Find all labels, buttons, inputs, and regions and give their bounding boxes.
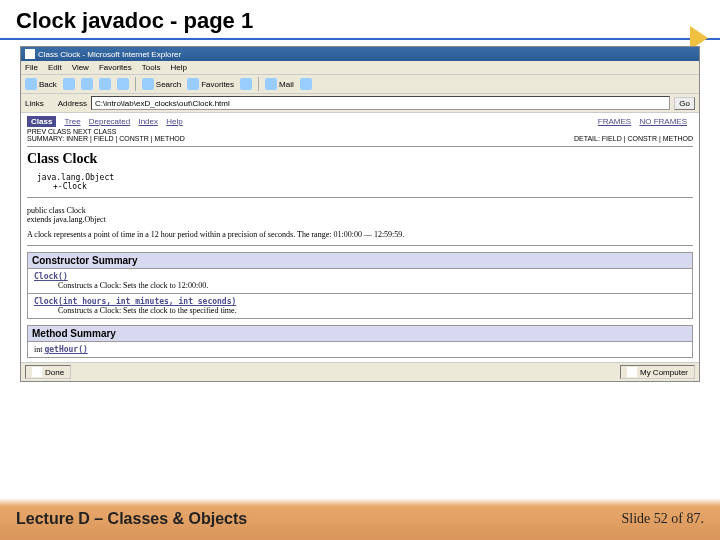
toolbar-divider [135, 77, 136, 91]
back-icon [25, 78, 37, 90]
menu-view[interactable]: View [72, 63, 89, 72]
page-content: Class Tree Deprecated Index Help FRAMES … [21, 113, 699, 362]
nav-frames[interactable]: FRAMES [598, 117, 631, 126]
title-rule [0, 38, 720, 40]
browser-title-text: Class Clock - Microsoft Internet Explore… [38, 50, 181, 59]
constructor-row: Clock() Constructs a Clock: Sets the clo… [27, 269, 693, 294]
method-row: int getHour() [27, 342, 693, 358]
tree-parent: java.lang.Object [37, 173, 693, 182]
constructor-row: Clock(int hours, int minutes, int second… [27, 294, 693, 319]
nav-index[interactable]: Index [138, 117, 158, 126]
slide-title: Clock javadoc - page 1 [0, 0, 720, 38]
menu-edit[interactable]: Edit [48, 63, 62, 72]
menu-help[interactable]: Help [170, 63, 186, 72]
computer-icon [627, 367, 637, 377]
constructor-summary-header: Constructor Summary [27, 252, 693, 269]
address-bar: Links Address Go [21, 94, 699, 113]
divider [27, 197, 693, 198]
refresh-icon[interactable] [99, 78, 111, 90]
divider [27, 245, 693, 246]
status-done: Done [25, 365, 71, 379]
address-label: Address [58, 99, 87, 108]
class-declaration: public class Clock extends java.lang.Obj… [27, 206, 693, 224]
slide-number: Slide 52 of 87. [622, 511, 704, 527]
links-label: Links [25, 99, 44, 108]
menubar: File Edit View Favorites Tools Help [21, 61, 699, 75]
statusbar: Done My Computer [21, 362, 699, 381]
constructor-desc: Constructs a Clock: Sets the clock to th… [58, 306, 686, 315]
menu-tools[interactable]: Tools [142, 63, 161, 72]
address-input[interactable] [91, 96, 670, 110]
divider [27, 146, 693, 147]
status-zone: My Computer [620, 365, 695, 379]
search-button[interactable]: Search [142, 78, 181, 90]
page-icon [32, 367, 42, 377]
toolbar-divider [258, 77, 259, 91]
nav-prev-next: PREV CLASS NEXT CLASS [27, 128, 116, 135]
nav-noframes[interactable]: NO FRAMES [639, 117, 687, 126]
menu-file[interactable]: File [25, 63, 38, 72]
javadoc-nav-detail: PREV CLASS NEXT CLASS SUMMARY: INNER | F… [27, 128, 693, 142]
toolbar: Back Search Favorites Mail [21, 75, 699, 94]
method-summary-header: Method Summary [27, 325, 693, 342]
tree-self: +-Clock [53, 182, 693, 191]
slide-footer: Lecture D – Classes & Objects Slide 52 o… [0, 498, 720, 540]
go-button[interactable]: Go [674, 97, 695, 110]
nav-deprecated[interactable]: Deprecated [89, 117, 130, 126]
constructor-sig[interactable]: Clock() [34, 272, 68, 281]
menu-favorites[interactable]: Favorites [99, 63, 132, 72]
browser-window: Class Clock - Microsoft Internet Explore… [20, 46, 700, 382]
method-sig[interactable]: getHour() [44, 345, 87, 354]
lecture-label: Lecture D – Classes & Objects [16, 510, 247, 528]
back-button[interactable]: Back [25, 78, 57, 90]
nav-tree[interactable]: Tree [64, 117, 80, 126]
mail-button[interactable]: Mail [265, 78, 294, 90]
constructor-desc: Constructs a Clock: Sets the clock to 12… [58, 281, 686, 290]
constructor-sig[interactable]: Clock(int hours, int minutes, int second… [34, 297, 236, 306]
search-icon [142, 78, 154, 90]
class-heading: Class Clock [27, 151, 693, 167]
javadoc-nav: Class Tree Deprecated Index Help FRAMES … [27, 117, 693, 126]
history-icon[interactable] [240, 78, 252, 90]
home-icon[interactable] [117, 78, 129, 90]
class-description: A clock represents a point of time in a … [27, 230, 693, 239]
inheritance-tree: java.lang.Object +-Clock [37, 173, 693, 191]
print-icon[interactable] [300, 78, 312, 90]
nav-detail: DETAIL: FIELD | CONSTR | METHOD [574, 135, 693, 142]
stop-icon[interactable] [81, 78, 93, 90]
forward-icon[interactable] [63, 78, 75, 90]
favorites-icon [187, 78, 199, 90]
mail-icon [265, 78, 277, 90]
nav-help[interactable]: Help [166, 117, 182, 126]
method-return: int [34, 345, 42, 354]
ie-icon [25, 49, 35, 59]
favorites-button[interactable]: Favorites [187, 78, 234, 90]
nav-class[interactable]: Class [27, 116, 56, 127]
browser-titlebar: Class Clock - Microsoft Internet Explore… [21, 47, 699, 61]
nav-summary: SUMMARY: INNER | FIELD | CONSTR | METHOD [27, 135, 185, 142]
